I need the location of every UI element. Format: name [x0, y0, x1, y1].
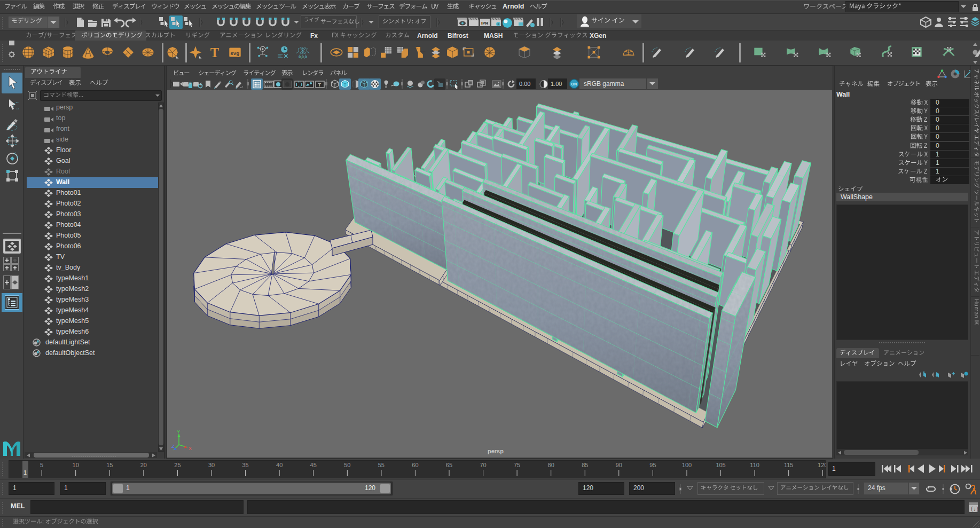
- svg-text:105: 105: [716, 462, 725, 468]
- svg-text:80: 80: [548, 462, 554, 468]
- svg-text:70: 70: [480, 462, 486, 468]
- svg-text:120: 120: [818, 462, 826, 468]
- svg-text:60: 60: [412, 462, 418, 468]
- svg-text:100: 100: [682, 462, 692, 468]
- svg-text:10: 10: [73, 462, 79, 468]
- svg-text:ON: ON: [571, 82, 577, 86]
- svg-text:Y: Y: [177, 430, 180, 435]
- svg-text:50: 50: [344, 462, 350, 468]
- svg-text:40: 40: [276, 462, 283, 468]
- svg-text:65: 65: [446, 462, 452, 468]
- svg-text:75: 75: [514, 462, 520, 468]
- svg-text:svg: svg: [230, 50, 239, 56]
- svg-text:90: 90: [616, 462, 622, 468]
- svg-text:X: X: [189, 446, 192, 451]
- svg-text:20: 20: [140, 462, 147, 468]
- svg-text:95: 95: [649, 462, 656, 468]
- svg-text:85: 85: [582, 462, 588, 468]
- svg-text:15: 15: [106, 462, 113, 468]
- svg-text:45: 45: [310, 462, 317, 468]
- svg-text:{;}: {;}: [970, 507, 978, 512]
- svg-text:115: 115: [784, 462, 794, 468]
- svg-text:IPR: IPR: [481, 21, 489, 26]
- svg-text:0,0,0: 0,0,0: [299, 55, 307, 59]
- svg-text:T: T: [318, 82, 322, 88]
- svg-text:55: 55: [378, 462, 385, 468]
- svg-text:110: 110: [750, 462, 759, 468]
- svg-text:35: 35: [242, 462, 248, 468]
- svg-text:T: T: [210, 45, 219, 59]
- svg-text:25: 25: [174, 462, 181, 468]
- svg-text:30: 30: [208, 462, 215, 468]
- svg-text:5: 5: [40, 462, 43, 468]
- svg-text:Z: Z: [171, 444, 175, 449]
